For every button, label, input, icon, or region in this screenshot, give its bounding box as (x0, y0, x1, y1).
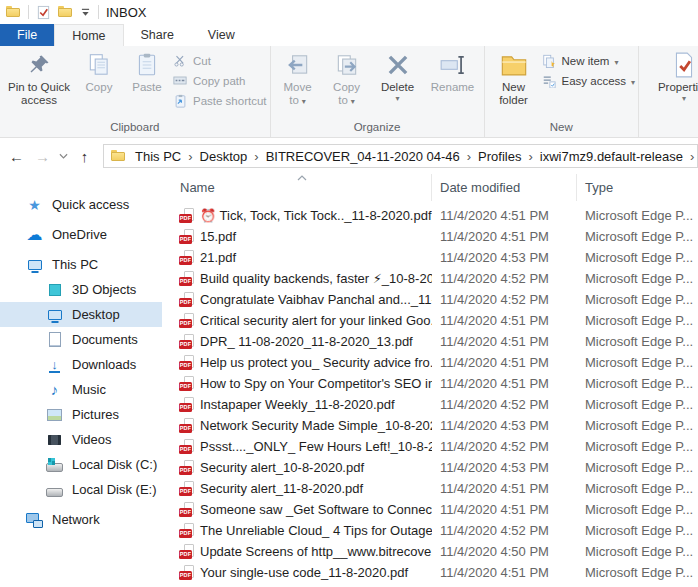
easy-access-button[interactable]: Easy access (541, 72, 636, 89)
document-icon (46, 332, 63, 348)
file-name-cell: PDF Security alert_11-8-2020.pdf (162, 481, 432, 497)
table-row[interactable]: PDF ⏰ Tick, Tock, Tick Tock.._11-8-2020.… (162, 205, 698, 226)
file-name-cell: PDF Pssst...._ONLY_ Few Hours Left!_10-8… (162, 439, 432, 455)
chevron-right-icon[interactable] (685, 149, 698, 164)
file-name: Build quality backends, faster ⚡_10-8-20… (200, 271, 432, 286)
file-name-cell: PDF Build quality backends, faster ⚡_10-… (162, 271, 432, 287)
table-row[interactable]: PDF The Unreliable Cloud_ 4 Tips for Out… (162, 520, 698, 541)
desktop-icon (46, 307, 63, 323)
table-row[interactable]: PDF Instapaper Weekly_11-8-2020.pdf 11/4… (162, 394, 698, 415)
tab-view[interactable]: View (191, 24, 252, 46)
pdf-file-icon: PDF (179, 250, 194, 266)
sidebar-item-this-pc[interactable]: This PC (0, 252, 162, 277)
sidebar-item-quick-access[interactable]: Quick access (0, 192, 162, 217)
up-button[interactable]: ↑ (72, 144, 97, 168)
table-row[interactable]: PDF Security alert_10-8-2020.pdf 11/4/20… (162, 457, 698, 478)
delete-button[interactable]: Delete (372, 47, 424, 102)
file-name: Pssst...._ONLY_ Few Hours Left!_10-8-202… (200, 439, 432, 454)
column-header-row: Name Date modified Type (162, 174, 698, 201)
move-to-button[interactable]: Move to (274, 47, 322, 107)
pdf-file-icon: PDF (179, 502, 194, 518)
new-folder-button[interactable]: New folder (488, 47, 540, 107)
titlebar-separator (98, 5, 99, 19)
file-type-cell: Microsoft Edge P... (577, 418, 698, 433)
properties-button[interactable]: Properties (650, 47, 698, 102)
table-row[interactable]: PDF Security alert_11-8-2020.pdf 11/4/20… (162, 478, 698, 499)
table-row[interactable]: PDF How to Spy on Your Competitor's SEO … (162, 373, 698, 394)
qat-folder-button[interactable] (58, 6, 73, 18)
file-name: Someone saw _Get Software to Connect ... (200, 502, 432, 517)
column-header-type[interactable]: Type (577, 174, 698, 201)
table-row[interactable]: PDF Congratulate Vaibhav Panchal and..._… (162, 289, 698, 310)
new-item-button[interactable]: New item (541, 52, 636, 69)
recent-locations-button[interactable] (56, 144, 71, 168)
rename-button[interactable]: Rename (425, 47, 481, 94)
navigation-pane: Quick access OneDrive This PC 3D Objects… (0, 174, 162, 587)
paste-shortcut-button[interactable]: Paste shortcut (172, 92, 267, 109)
sidebar-item-network[interactable]: Network (0, 507, 162, 532)
pin-to-quick-access-button[interactable]: Pin to Quick access (3, 47, 75, 107)
file-type-cell: Microsoft Edge P... (577, 460, 698, 475)
main-area: Quick access OneDrive This PC 3D Objects… (0, 174, 698, 587)
sidebar-item-onedrive[interactable]: OneDrive (0, 222, 162, 247)
ribbon-group-label-clipboard: Clipboard (3, 118, 267, 137)
sidebar-item-videos[interactable]: Videos (0, 427, 162, 452)
breadcrumb-item[interactable]: BITRECOVER_04-11-2020 04-46 (264, 149, 462, 164)
table-row[interactable]: PDF Pssst...._ONLY_ Few Hours Left!_10-8… (162, 436, 698, 457)
copy-button[interactable]: Copy (76, 47, 122, 94)
copy-path-button[interactable]: Copy path (172, 72, 267, 89)
table-row[interactable]: PDF 15.pdf 11/4/2020 4:51 PM Microsoft E… (162, 226, 698, 247)
sidebar-item-desktop[interactable]: Desktop (0, 302, 162, 327)
sidebar-item-documents[interactable]: Documents (0, 327, 162, 352)
delete-x-icon (385, 49, 411, 81)
column-header-date-modified[interactable]: Date modified (432, 174, 577, 201)
tab-share[interactable]: Share (124, 24, 191, 46)
table-row[interactable]: PDF DPR_ 11-08-2020_11-8-2020_13.pdf 11/… (162, 331, 698, 352)
chevron-right-icon[interactable] (183, 149, 197, 164)
back-button[interactable]: ← (4, 144, 29, 168)
file-name-cell: PDF Someone saw _Get Software to Connect… (162, 502, 432, 518)
cut-button[interactable]: Cut (172, 52, 267, 69)
chevron-right-icon[interactable] (249, 149, 263, 164)
sidebar-item-downloads[interactable]: Downloads (0, 352, 162, 377)
breadcrumb-item[interactable]: ixwi7mz9.default-release (538, 149, 685, 164)
table-row[interactable]: PDF 21.pdf 11/4/2020 4:53 PM Microsoft E… (162, 247, 698, 268)
paste-button[interactable]: Paste (123, 47, 171, 94)
chevron-right-icon[interactable] (462, 149, 476, 164)
table-row[interactable]: PDF Network Security Made Simple_10-8-20… (162, 415, 698, 436)
breadcrumb-item[interactable]: Desktop (198, 149, 250, 164)
table-row[interactable]: PDF Help us protect you_ Security advice… (162, 352, 698, 373)
cube-icon (46, 282, 63, 298)
sidebar-item-3d-objects[interactable]: 3D Objects (0, 277, 162, 302)
file-name: Critical security alert for your linked … (200, 313, 432, 328)
breadcrumb[interactable]: This PC Desktop BITRECOVER_04-11-2020 04… (103, 144, 698, 168)
table-row[interactable]: PDF Your single-use code_11-8-2020.pdf 1… (162, 562, 698, 583)
table-row[interactable]: PDF Someone saw _Get Software to Connect… (162, 499, 698, 520)
file-name: 15.pdf (200, 229, 236, 244)
new-folder-icon (500, 49, 528, 81)
move-to-label: Move to (277, 81, 319, 107)
file-name-cell: PDF ⏰ Tick, Tock, Tick Tock.._11-8-2020.… (162, 208, 432, 224)
chevron-down-icon (611, 55, 618, 67)
sidebar-item-local-disk-c[interactable]: Local Disk (C:) (0, 452, 162, 477)
tab-file[interactable]: File (0, 24, 54, 46)
file-name: DPR_ 11-08-2020_11-8-2020_13.pdf (200, 334, 413, 349)
qat-dropdown-button[interactable] (80, 8, 91, 17)
file-name-cell: PDF 15.pdf (162, 229, 432, 245)
sidebar-item-local-disk-e[interactable]: Local Disk (E:) (0, 477, 162, 502)
sidebar-item-music[interactable]: Music (0, 377, 162, 402)
table-row[interactable]: PDF Critical security alert for your lin… (162, 310, 698, 331)
table-row[interactable]: PDF Build quality backends, faster ⚡_10-… (162, 268, 698, 289)
chevron-right-icon[interactable] (523, 149, 537, 164)
tab-home[interactable]: Home (54, 24, 123, 46)
forward-button[interactable]: → (30, 144, 55, 168)
table-row[interactable]: PDF Update Screens of http__www.bitrecov… (162, 541, 698, 562)
file-name: Your single-use code_11-8-2020.pdf (200, 565, 408, 580)
breadcrumb-item[interactable]: This PC (133, 149, 183, 164)
breadcrumb-item[interactable]: Profiles (476, 149, 523, 164)
copy-to-button[interactable]: Copy to (323, 47, 371, 107)
sidebar-item-pictures[interactable]: Pictures (0, 402, 162, 427)
date-modified-cell: 11/4/2020 4:52 PM (432, 523, 577, 538)
file-name: The Unreliable Cloud_ 4 Tips for Outages… (200, 523, 432, 538)
qat-properties-button[interactable] (36, 5, 51, 20)
